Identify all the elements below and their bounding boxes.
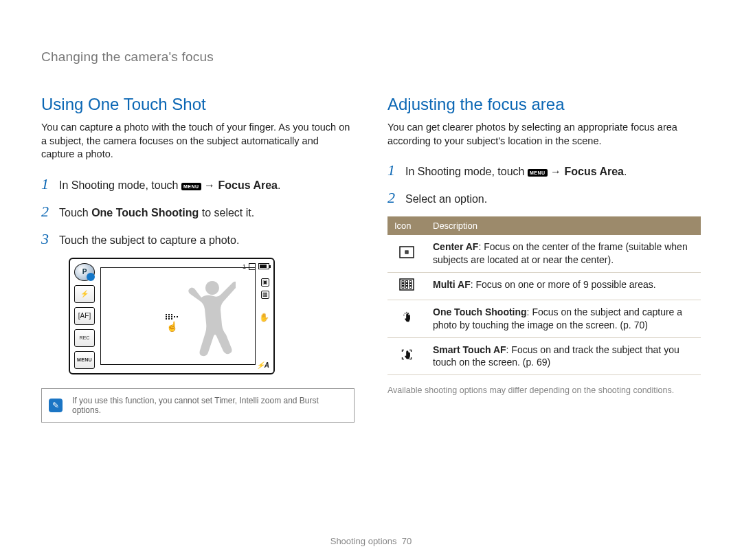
memory-card-icon <box>249 263 256 270</box>
table-row: Center AF: Focus on the center of the fr… <box>387 235 701 272</box>
camera-status-top-right: 1 <box>243 263 269 270</box>
battery-icon <box>258 263 269 269</box>
left-column: Using One Touch Shot You can capture a p… <box>41 95 355 423</box>
row-bold: Center AF <box>433 241 478 252</box>
footer-label: Shooting options <box>330 536 397 546</box>
row-bold: Multi AF <box>433 279 471 290</box>
step-1: 1 In Shooting mode, touch MENU → Focus A… <box>41 175 355 193</box>
shots-remaining: 1 <box>243 263 246 270</box>
step-1: 1 In Shooting mode, touch MENU → Focus A… <box>387 161 701 179</box>
step-3-text: Touch the subject to capture a photo. <box>59 234 239 247</box>
footnote: Available shooting options may differ de… <box>387 385 701 397</box>
row-bold: One Touch Shooting <box>433 306 527 317</box>
svg-rect-10 <box>409 283 412 285</box>
lightning-icon: ⚡ <box>80 290 89 298</box>
step-1-post: . <box>278 179 280 191</box>
camera-screen: P ⚡ [AF] REC MENU <box>69 258 275 374</box>
arrow-icon: → <box>204 179 218 191</box>
size-badge-icon: ▦ <box>261 291 269 299</box>
table-header-icon: Icon <box>387 216 426 235</box>
center-af-desc: Center AF: Focus on the center of the fr… <box>426 235 701 272</box>
row-rest: : Focus on one or more of 9 possible are… <box>471 279 656 290</box>
quality-badge-icon: ▣ <box>261 278 269 287</box>
step-number: 1 <box>41 175 52 193</box>
steps-one-touch-shot: 1 In Shooting mode, touch MENU → Focus A… <box>41 175 355 248</box>
step-2-text: Select an option. <box>405 193 487 205</box>
touch-dots <box>165 314 179 320</box>
flash-mode-indicator: ⚡A <box>256 361 269 369</box>
note-icon: ✎ <box>49 399 63 412</box>
step-2-pre: Touch <box>59 207 91 219</box>
svg-rect-12 <box>406 286 408 288</box>
camera-right-badges: ▣ ▦ <box>261 278 269 299</box>
one-touch-shooting-icon <box>387 300 426 337</box>
step-1-text: In Shooting mode, touch MENU → Focus Are… <box>405 166 627 178</box>
steps-adjusting-focus: 1 In Shooting mode, touch MENU → Focus A… <box>387 161 701 207</box>
center-af-icon <box>387 235 426 272</box>
flash-button-icon: ⚡ <box>74 285 95 303</box>
stabilization-icon: ✋ <box>259 313 269 322</box>
table-header-description: Description <box>426 216 701 235</box>
step-number: 2 <box>387 189 398 207</box>
heading-adjusting-focus: Adjusting the focus area <box>387 95 701 114</box>
step-1-post: . <box>624 166 627 177</box>
table-row: Smart Touch AF: Focus on and track the s… <box>387 337 701 375</box>
focus-options-table: Icon Description Center AF: Focus on the… <box>387 216 701 375</box>
multi-af-desc: Multi AF: Focus on one or more of 9 poss… <box>426 272 701 300</box>
two-column-layout: Using One Touch Shot You can capture a p… <box>41 95 701 423</box>
child-silhouette-icon <box>181 277 236 373</box>
step-2: 2 Select an option. <box>387 189 701 207</box>
svg-point-17 <box>403 315 405 316</box>
menu-icon: MENU <box>528 169 548 177</box>
step-2-post: to select it. <box>199 207 254 219</box>
intro-adjusting-focus: You can get clearer photos by selecting … <box>387 121 701 148</box>
smart-touch-af-icon <box>387 337 426 375</box>
one-touch-shooting-desc: One Touch Shooting: Focus on the subject… <box>426 300 701 337</box>
camera-screen-illustration: P ⚡ [AF] REC MENU <box>69 258 355 374</box>
af-label: [AF] <box>78 312 91 320</box>
touch-indicator-icon: ☝ <box>165 314 179 332</box>
svg-rect-8 <box>402 283 404 285</box>
svg-rect-9 <box>406 283 408 285</box>
svg-point-15 <box>405 313 406 315</box>
table-row: One Touch Shooting: Focus on the subject… <box>387 300 701 337</box>
hand-pointer-icon: ☝ <box>166 321 178 332</box>
step-number: 1 <box>387 161 398 179</box>
af-button-icon: [AF] <box>74 307 95 325</box>
camera-left-buttons: P ⚡ [AF] REC MENU <box>74 263 98 369</box>
svg-rect-5 <box>402 280 404 282</box>
multi-af-icon <box>387 272 426 300</box>
rec-button-icon: REC <box>74 329 95 347</box>
table-row: Multi AF: Focus on one or more of 9 poss… <box>387 272 701 300</box>
step-2: 2 Touch One Touch Shooting to select it. <box>41 203 355 221</box>
footer-page-number: 70 <box>402 536 412 546</box>
svg-rect-7 <box>409 280 412 282</box>
smart-touch-af-desc: Smart Touch AF: Focus on and track the s… <box>426 337 701 375</box>
arrow-icon: → <box>550 166 564 177</box>
page-footer: Shooting options 70 <box>0 536 742 546</box>
right-column: Adjusting the focus area You can get cle… <box>387 95 701 423</box>
note-text: If you use this function, you cannot set… <box>72 396 319 415</box>
step-2-text: Touch One Touch Shooting to select it. <box>59 207 254 219</box>
rec-label: REC <box>80 335 90 340</box>
step-2-bold: One Touch Shooting <box>91 207 199 219</box>
menu-icon: MENU <box>181 183 201 190</box>
step-number: 2 <box>41 203 52 221</box>
svg-rect-6 <box>406 280 408 282</box>
svg-rect-13 <box>409 286 412 288</box>
menu-button-icon: MENU <box>74 351 95 369</box>
svg-point-14 <box>406 312 407 313</box>
step-1-text: In Shooting mode, touch MENU → Focus Are… <box>59 179 280 192</box>
svg-rect-11 <box>402 286 404 288</box>
intro-one-touch-shot: You can capture a photo with the touch o… <box>41 121 355 161</box>
mode-dial-icon: P <box>74 263 95 281</box>
focus-area-label: Focus Area <box>564 166 624 177</box>
heading-one-touch-shot: Using One Touch Shot <box>41 95 355 114</box>
menu-label: MENU <box>77 357 92 362</box>
step-3: 3 Touch the subject to capture a photo. <box>41 230 355 248</box>
section-title: Changing the camera's focus <box>41 49 701 65</box>
step-1-pre: In Shooting mode, touch <box>405 166 528 177</box>
note-box: ✎ If you use this function, you cannot s… <box>41 388 355 423</box>
row-bold: Smart Touch AF <box>433 344 506 355</box>
focus-area-label: Focus Area <box>218 179 278 191</box>
